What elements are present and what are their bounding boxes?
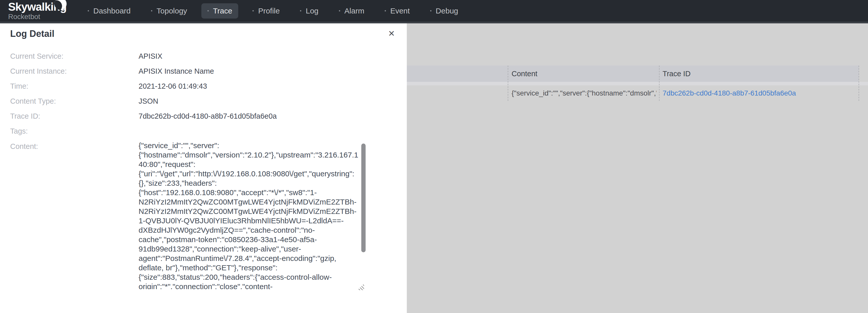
table-row-content-cell[interactable]: {"service_id":"","server":{"hostname":"d… bbox=[512, 85, 656, 101]
skywalking-logo[interactable]: Skywalking Rocketbot bbox=[8, 1, 70, 21]
field-tags: Tags: bbox=[10, 124, 397, 139]
column-header-content: Content bbox=[512, 66, 537, 82]
table-row-trace-id-link[interactable]: 7dbc262b-cd0d-4180-a8b7-61d05bfa6e0a bbox=[662, 85, 796, 101]
nav-item-dashboard[interactable]: Dashboard bbox=[82, 3, 137, 19]
column-separator bbox=[859, 66, 859, 101]
field-label: Time: bbox=[10, 82, 138, 91]
field-value: 7dbc262b-cd0d-4180-a8b7-61d05bfa6e0a bbox=[138, 112, 277, 120]
column-header-trace-id: Trace ID bbox=[662, 66, 690, 82]
field-value: JSON bbox=[138, 97, 158, 105]
nav-item-topology[interactable]: Topology bbox=[145, 3, 193, 19]
field-label: Content Type: bbox=[10, 97, 138, 105]
field-label: Current Instance: bbox=[10, 67, 138, 75]
nav-item-debug[interactable]: Debug bbox=[424, 3, 464, 19]
field-current-instance: Current Instance: APISIX Instance Name bbox=[10, 64, 397, 79]
nav-item-profile[interactable]: Profile bbox=[246, 3, 286, 19]
log-table-header-band bbox=[407, 66, 859, 82]
nav-item-event[interactable]: Event bbox=[379, 3, 416, 19]
log-detail-fields: Current Service: APISIX Current Instance… bbox=[10, 49, 397, 289]
nav-item-trace[interactable]: Trace bbox=[202, 3, 239, 19]
close-icon[interactable]: ✕ bbox=[386, 28, 397, 39]
field-label: Current Service: bbox=[10, 52, 138, 61]
field-label: Trace ID: bbox=[10, 112, 138, 120]
nav-item-alarm[interactable]: Alarm bbox=[333, 3, 370, 19]
field-value: 2021-12-06 01:49:43 bbox=[138, 82, 207, 91]
field-current-service: Current Service: APISIX bbox=[10, 49, 397, 64]
field-label: Tags: bbox=[10, 127, 138, 135]
field-value: APISIX bbox=[138, 52, 162, 61]
log-table-header-divider bbox=[407, 82, 868, 85]
nav-menu: Dashboard Topology Trace Profile Log Ala… bbox=[73, 3, 464, 19]
top-nav-bar: Skywalking Rocketbot Dashboard Topology … bbox=[0, 0, 868, 23]
column-separator bbox=[508, 66, 508, 101]
field-content: Content: {"service_id":"","server":{"hos… bbox=[10, 139, 397, 289]
dialog-title: Log Detail bbox=[10, 29, 54, 39]
log-content-textarea[interactable]: {"service_id":"","server":{"hostname":"d… bbox=[138, 139, 366, 289]
textarea-scrollbar-thumb[interactable] bbox=[361, 144, 366, 252]
logo-subtitle: Rocketbot bbox=[8, 13, 70, 21]
nav-item-log[interactable]: Log bbox=[294, 3, 324, 19]
field-value: APISIX Instance Name bbox=[138, 67, 214, 75]
field-content-type: Content Type: JSON bbox=[10, 94, 397, 109]
column-separator bbox=[659, 66, 659, 101]
field-time: Time: 2021-12-06 01:49:43 bbox=[10, 79, 397, 94]
field-label: Content: bbox=[10, 139, 138, 151]
log-detail-dialog: Log Detail ✕ Current Service: APISIX Cur… bbox=[0, 23, 407, 313]
field-trace-id: Trace ID: 7dbc262b-cd0d-4180-a8b7-61d05b… bbox=[10, 109, 397, 124]
